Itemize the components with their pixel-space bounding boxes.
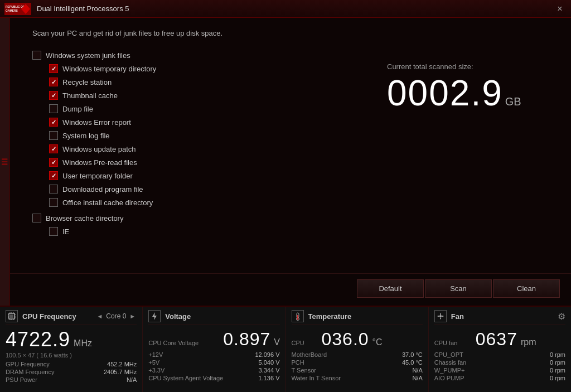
cpu-nav-next[interactable]: ► <box>128 313 137 320</box>
checkbox-preread[interactable] <box>49 158 58 167</box>
check-label: Dump file <box>62 105 93 113</box>
checkbox-downloaded[interactable] <box>49 185 58 193</box>
check-label: System log file <box>62 132 110 140</box>
checkbox-ie[interactable] <box>49 227 58 236</box>
close-button[interactable]: × <box>553 2 567 16</box>
default-button[interactable]: Default <box>357 279 424 298</box>
temperature-main-label: CPU <box>292 340 320 346</box>
stats-bar: CPU Frequency ◄ Core 0 ► 4722.9 MHz 100.… <box>0 306 571 392</box>
clean-button[interactable]: Clean <box>493 279 560 298</box>
stat-row-val: 12.096 V <box>255 351 279 358</box>
checkbox-syslog[interactable] <box>49 131 58 140</box>
stat-row: +12V 12.096 V <box>148 351 279 358</box>
stat-row: +3.3V 3.344 V <box>148 367 279 374</box>
check-label: Office install cache directory <box>62 199 153 207</box>
check-label: Windows update patch <box>62 145 136 153</box>
fan-header: Fan ⚙ <box>434 310 565 325</box>
checkbox-thumbnail[interactable] <box>49 91 58 100</box>
svg-text:GAMERS: GAMERS <box>6 9 18 12</box>
stat-row: CPU System Agent Voltage 1.136 V <box>148 375 279 381</box>
voltage-main-unit: V <box>274 337 280 347</box>
checkbox-error-report[interactable] <box>49 118 58 127</box>
list-item: Browser cache directory <box>32 212 376 224</box>
list-item: System log file <box>32 130 376 141</box>
checkbox-win-temp[interactable] <box>49 64 58 73</box>
svg-rect-5 <box>10 314 13 318</box>
checkbox-user-temp[interactable] <box>49 171 58 180</box>
voltage-header: Voltage <box>148 310 279 325</box>
stat-row-label: +12V <box>148 351 163 358</box>
cpu-stat-rows: GPU Frequency 452.2 MHz DRAM Frequency 2… <box>6 361 137 383</box>
stat-row-label: +5V <box>148 359 159 366</box>
temperature-panel: Temperature CPU 036.0 °C MotherBoard 37.… <box>286 307 429 392</box>
stat-row: GPU Frequency 452.2 MHz <box>6 361 137 367</box>
checkbox-recycle[interactable] <box>49 78 58 86</box>
svg-point-23 <box>439 315 442 317</box>
cpu-panel: CPU Frequency ◄ Core 0 ► 4722.9 MHz 100.… <box>0 307 143 392</box>
scan-result-display: 0002.9 GB <box>387 75 521 111</box>
stat-row-label: CPU_OPT <box>434 351 463 358</box>
stat-row-label: PCH <box>292 359 304 366</box>
checkbox-office-cache[interactable] <box>49 198 58 207</box>
cpu-icon <box>6 310 18 322</box>
stat-row: DRAM Frequency 2405.7 MHz <box>6 369 137 375</box>
check-label: User temporary folder <box>62 172 133 180</box>
stat-row-label: CPU System Agent Voltage <box>148 375 223 381</box>
check-label: Browser cache directory <box>46 214 123 222</box>
checkbox-update-patch[interactable] <box>49 144 58 153</box>
stat-row-val: 37.0 °C <box>402 351 423 358</box>
scan-result-unit: GB <box>505 95 521 108</box>
svg-point-22 <box>297 318 298 320</box>
stat-row-label: Chassis fan <box>434 359 466 366</box>
checkbox-windows-system[interactable] <box>32 51 41 60</box>
stat-row: T Sensor N/A <box>292 367 423 374</box>
temperature-main-display: CPU 036.0 °C <box>292 328 423 350</box>
stat-row: CPU_OPT 0 rpm <box>434 351 565 358</box>
check-label: IE <box>62 228 69 236</box>
scan-result-number: 0002.9 <box>387 75 503 111</box>
stat-row: PCH 45.0 °C <box>292 359 423 366</box>
content-panel: Scan your PC and get rid of junk files t… <box>10 18 571 306</box>
cpu-core-label: Core 0 <box>106 312 126 320</box>
svg-text:REPUBLIC OF: REPUBLIC OF <box>6 5 25 8</box>
list-item: User temporary folder <box>32 170 376 181</box>
stat-row: PSU Power N/A <box>6 376 137 383</box>
fan-icon <box>434 310 447 322</box>
description-text: Scan your PC and get rid of junk files t… <box>32 29 376 37</box>
stat-row-val: 0 rpm <box>550 367 565 374</box>
check-label: Windows temporary directory <box>62 65 156 73</box>
list-item: Recycle station <box>32 76 376 88</box>
stat-row-label: GPU Frequency <box>6 361 50 367</box>
sidebar-toggle[interactable]: ☰ <box>0 18 10 306</box>
checkbox-browser-cache[interactable] <box>32 214 41 222</box>
stat-row-val: N/A <box>127 376 137 383</box>
fan-rows: CPU_OPT 0 rpm Chassis fan 0 rpm W_PUMP+ … <box>434 351 565 381</box>
voltage-icon <box>148 310 161 322</box>
voltage-title: Voltage <box>165 312 191 321</box>
temperature-title: Temperature <box>308 312 352 321</box>
list-item: Windows temporary directory <box>32 63 376 74</box>
stat-row-val: 0 rpm <box>550 375 565 381</box>
voltage-main-display: CPU Core Voltage 0.897 V <box>148 328 279 350</box>
checklist-section: Scan your PC and get rid of junk files t… <box>32 29 376 268</box>
svg-marker-18 <box>152 312 157 320</box>
temperature-icon <box>292 310 304 322</box>
stat-row-val: 0 rpm <box>550 351 565 358</box>
stat-row: +5V 5.040 V <box>148 359 279 366</box>
main-content: ☰ Scan your PC and get rid of junk files… <box>0 18 571 306</box>
checkbox-dump[interactable] <box>49 104 58 113</box>
buttons-area: Default Scan Clean <box>10 273 571 306</box>
stat-row-val: 0 rpm <box>550 359 565 366</box>
scan-button[interactable]: Scan <box>425 279 492 298</box>
check-label: Windows system junk files <box>46 51 130 60</box>
stat-row: W_PUMP+ 0 rpm <box>434 367 565 374</box>
cpu-freq-display: 4722.9 MHz <box>6 327 137 352</box>
stat-row-val: 5.040 V <box>259 359 280 366</box>
voltage-panel: Voltage CPU Core Voltage 0.897 V +12V 12… <box>143 307 286 392</box>
voltage-main-label: CPU Core Voltage <box>148 340 221 346</box>
gear-icon[interactable]: ⚙ <box>558 311 565 322</box>
cpu-nav-prev[interactable]: ◄ <box>95 313 104 320</box>
temperature-main-unit: °C <box>372 337 383 347</box>
list-item: Windows update patch <box>32 143 376 154</box>
stat-row-label: T Sensor <box>292 367 316 374</box>
